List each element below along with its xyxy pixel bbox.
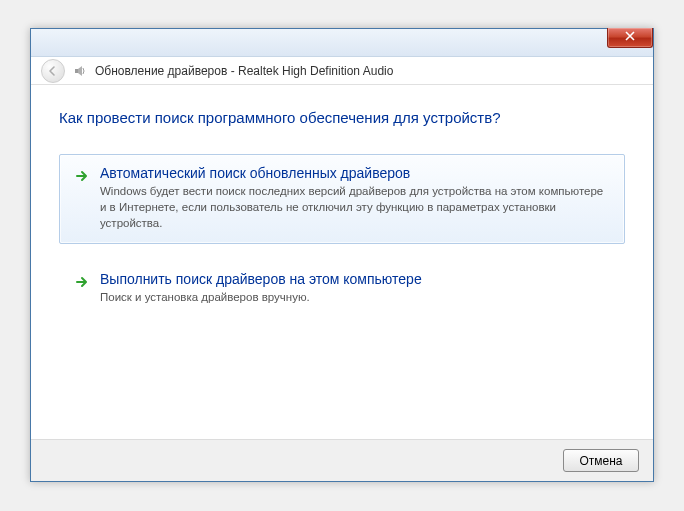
option-title: Выполнить поиск драйверов на этом компью…: [100, 271, 610, 287]
option-title: Автоматический поиск обновленных драйвер…: [100, 165, 610, 181]
page-heading: Как провести поиск программного обеспече…: [59, 109, 625, 126]
option-auto-search[interactable]: Автоматический поиск обновленных драйвер…: [59, 154, 625, 244]
option-description: Поиск и установка драйверов вручную.: [100, 289, 610, 305]
footer: Отмена: [31, 439, 653, 481]
nav-row: Обновление драйверов - Realtek High Defi…: [31, 57, 653, 85]
content-area: Как провести поиск программного обеспече…: [31, 85, 653, 318]
speaker-icon: [73, 64, 87, 78]
arrow-right-icon: [74, 274, 90, 290]
option-description: Windows будет вести поиск последних верс…: [100, 183, 610, 231]
close-button[interactable]: [607, 28, 653, 48]
titlebar: [31, 29, 653, 57]
option-text: Выполнить поиск драйверов на этом компью…: [100, 271, 610, 305]
svg-rect-0: [75, 69, 78, 73]
back-arrow-icon: [47, 65, 59, 77]
cancel-button[interactable]: Отмена: [563, 449, 639, 472]
option-browse-computer[interactable]: Выполнить поиск драйверов на этом компью…: [59, 260, 625, 318]
wizard-window: Обновление драйверов - Realtek High Defi…: [30, 28, 654, 482]
arrow-right-icon: [74, 168, 90, 184]
window-title: Обновление драйверов - Realtek High Defi…: [95, 64, 393, 78]
back-button[interactable]: [41, 59, 65, 83]
close-icon: [625, 31, 635, 41]
option-text: Автоматический поиск обновленных драйвер…: [100, 165, 610, 231]
